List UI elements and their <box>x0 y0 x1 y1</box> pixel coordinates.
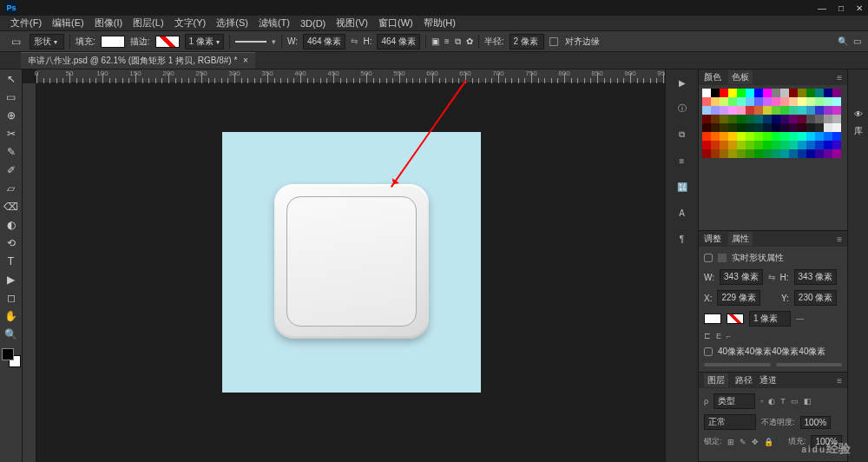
menu-item[interactable]: 文字(Y) <box>171 16 210 30</box>
swatch[interactable] <box>789 132 798 141</box>
tab-properties[interactable]: 属性 <box>728 232 753 246</box>
document-canvas[interactable] <box>222 132 481 393</box>
swatch[interactable] <box>772 132 780 141</box>
dock-icon[interactable]: ⓘ <box>674 101 691 116</box>
swatch[interactable] <box>728 149 737 158</box>
swatch[interactable] <box>824 115 832 123</box>
swatch[interactable] <box>798 132 806 141</box>
swatch[interactable] <box>798 106 806 115</box>
swatch[interactable] <box>780 123 789 132</box>
swatch[interactable] <box>832 123 841 132</box>
opacity-field[interactable]: 100% <box>800 416 832 429</box>
prop-y[interactable]: 230 像素 <box>794 290 837 306</box>
swatch[interactable] <box>789 106 798 115</box>
swatch[interactable] <box>702 97 711 106</box>
search-icon[interactable]: 🔍 <box>838 36 848 46</box>
swatch[interactable] <box>720 89 728 97</box>
swatch[interactable] <box>720 132 728 141</box>
tab-adjustments[interactable]: 调整 <box>704 233 721 245</box>
swatch[interactable] <box>815 123 824 132</box>
panel-menu-icon[interactable]: ≡ <box>837 73 842 82</box>
tool[interactable]: ⟲ <box>3 235 20 251</box>
lock-icon[interactable]: ✥ <box>752 438 759 446</box>
swatch[interactable] <box>780 141 789 149</box>
swatch[interactable] <box>746 97 754 106</box>
path-ops-icon[interactable]: ▣ <box>431 36 439 46</box>
menu-item[interactable]: 图像(I) <box>91 16 126 30</box>
swatch[interactable] <box>728 97 737 106</box>
swatch[interactable] <box>737 149 746 158</box>
swatch[interactable] <box>702 89 711 97</box>
library-label[interactable]: 库 <box>854 125 863 137</box>
swatch[interactable] <box>798 97 806 106</box>
eye-icon[interactable]: 👁 <box>854 109 863 119</box>
swatch[interactable] <box>824 106 832 115</box>
swatch[interactable] <box>737 89 746 97</box>
swatch[interactable] <box>702 141 711 149</box>
swatch[interactable] <box>737 115 746 123</box>
tool[interactable]: ✂ <box>3 126 20 142</box>
swatch[interactable] <box>746 123 754 132</box>
layer-filter-kind[interactable]: 类型 <box>713 393 755 409</box>
swatch[interactable] <box>832 89 841 97</box>
swatch[interactable] <box>772 141 780 149</box>
blend-mode[interactable]: 正常 <box>704 414 756 430</box>
tool[interactable]: ▶ <box>3 272 20 287</box>
swatch[interactable] <box>798 141 806 149</box>
filter-icon[interactable]: ◐ <box>768 397 775 406</box>
swatch[interactable] <box>806 106 815 115</box>
stroke-caps-icon[interactable]: E <box>716 332 721 340</box>
swatch[interactable] <box>763 149 772 158</box>
swatch[interactable] <box>711 97 720 106</box>
filter-icon[interactable]: T <box>780 397 786 406</box>
dock-icon[interactable]: ≡ <box>674 153 691 168</box>
filter-icon[interactable]: ▫ <box>760 397 763 406</box>
tool[interactable]: ▭ <box>3 89 20 105</box>
swatch[interactable] <box>754 97 763 106</box>
fill-swatch[interactable] <box>101 36 125 48</box>
swatch[interactable] <box>754 149 763 158</box>
swatch[interactable] <box>780 89 789 97</box>
radius-field[interactable]: 2 像素 <box>510 34 544 50</box>
swatch[interactable] <box>754 89 763 97</box>
prop-stroke[interactable] <box>727 314 744 324</box>
swatch[interactable] <box>711 132 720 141</box>
lock-icon[interactable]: 🔒 <box>764 438 773 446</box>
swatch[interactable] <box>720 149 728 158</box>
foreground-background-colors[interactable] <box>2 348 21 367</box>
swatch[interactable] <box>824 89 832 97</box>
tab-paths[interactable]: 路径 <box>735 374 753 386</box>
window-maximize[interactable]: □ <box>838 3 844 13</box>
slider[interactable] <box>776 363 843 366</box>
filter-icon[interactable]: ▭ <box>791 397 799 406</box>
menu-item[interactable]: 视图(V) <box>332 16 372 30</box>
swatch[interactable] <box>754 115 763 123</box>
tool-mode[interactable]: 形状 <box>30 34 64 50</box>
menu-item[interactable]: 窗口(W) <box>375 16 417 30</box>
dock-icon[interactable]: ⧉ <box>674 127 691 142</box>
swatch[interactable] <box>746 89 754 97</box>
align-edges-checkbox[interactable] <box>549 37 558 46</box>
swatch[interactable] <box>815 132 824 141</box>
swatch[interactable] <box>815 106 824 115</box>
stroke-align-icon[interactable]: ⊏ <box>704 332 711 340</box>
swatch[interactable] <box>780 106 789 115</box>
swatch[interactable] <box>763 123 772 132</box>
tab-channels[interactable]: 通道 <box>760 374 777 386</box>
swatch[interactable] <box>832 106 841 115</box>
swatch[interactable] <box>815 97 824 106</box>
swatch[interactable] <box>806 115 815 123</box>
swatch[interactable] <box>824 149 832 158</box>
swatch[interactable] <box>720 97 728 106</box>
arrange-icon[interactable]: ⧉ <box>455 36 461 47</box>
swatch[interactable] <box>815 141 824 149</box>
tool[interactable]: 🔍 <box>3 327 20 342</box>
swatch[interactable] <box>832 141 841 149</box>
swatch[interactable] <box>763 132 772 141</box>
height-field[interactable]: 464 像素 <box>377 34 419 50</box>
dock-icon[interactable]: ¶ <box>674 231 691 247</box>
swatch[interactable] <box>763 141 772 149</box>
stroke-corner-icon[interactable]: ⌐ <box>727 332 731 340</box>
swatch[interactable] <box>737 106 746 115</box>
align-icon[interactable]: ≡ <box>444 36 450 46</box>
